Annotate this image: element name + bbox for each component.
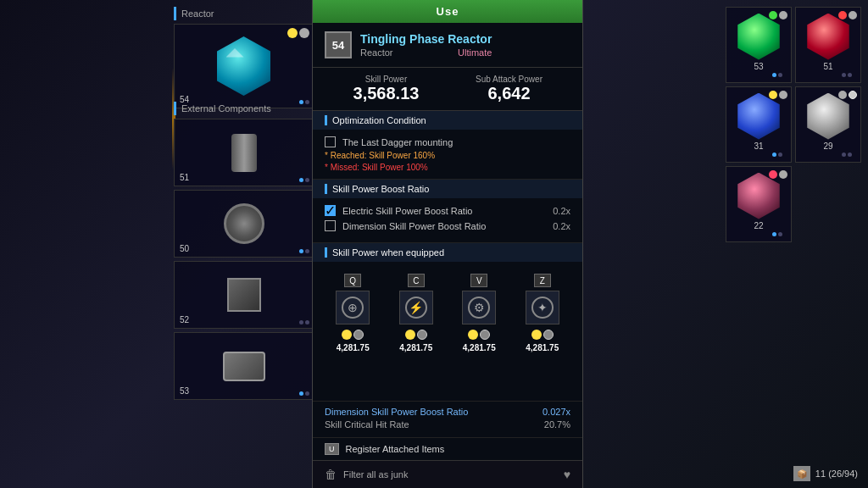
right-gem-slot-3[interactable]: 31 [726,86,792,163]
skill-section-bar [325,247,327,258]
dot-g [299,391,303,396]
g1d2 [778,73,782,77]
skill-icon-z: ✦ [526,291,559,324]
sub-g-z [543,330,554,340]
right-gem-slot-1[interactable]: 53 [726,7,792,83]
gem4-icon-s [849,91,857,99]
right-gem-panel: 53 51 31 [726,7,861,242]
right-gem-slot-2[interactable]: 51 [795,7,861,83]
comp-image-1 [220,130,267,176]
skill-inner-q: ⊕ [342,297,364,319]
component-slot-2[interactable]: 50 [174,190,314,258]
sub-attack-col: Sub Attack Power 6,642 [448,75,570,103]
left-panel: Reactor 54 [174,7,314,115]
dot-f [305,320,309,324]
item-level-badge: 54 [325,31,352,58]
sub-e-v [468,330,478,340]
item-header: 54 Tingling Phase Reactor Reactor Ultima… [313,23,582,68]
sub-g-v [480,330,490,340]
g1d1 [772,73,776,77]
reactor-gem [210,32,278,100]
skill-slot-v: V ⚙ 4,281.75 [451,274,508,352]
skill-icon-q: ⊕ [336,291,370,324]
skill-val-q: 4,281.75 [337,343,370,352]
skill-inner-v: ⚙ [468,297,490,319]
skill-val-c: 4,281.75 [399,343,432,352]
skill-icon-v: ⚙ [462,291,496,324]
dimension-checkbox[interactable] [325,220,336,231]
skill-power-value: 3,568.13 [325,84,448,103]
skill-power-label: Skill Power [325,75,448,84]
component-slot-1[interactable]: 51 [174,119,314,186]
gem-green [736,14,782,60]
cylinder-shape [231,134,257,172]
u-badge: U [325,443,339,455]
g2d2 [848,73,852,77]
item-name: Tingling Phase Reactor [360,32,492,46]
opt-checkbox[interactable] [325,136,336,147]
gem3-icon-e [769,91,777,99]
skill-sub-v [468,330,490,340]
skill-inner-z: ✦ [531,297,554,319]
boost-section: ✓ Electric Skill Power Boost Ratio 0.2x … [313,198,582,243]
sub-e-q [342,330,352,340]
comp-dots-3 [299,320,309,324]
comp-dots-2 [299,249,309,253]
skill-slot-z: Z ✦ 4,281.75 [515,274,571,352]
opt-reached-note: * Reached: Skill Power 160% [325,151,570,160]
reactor-panel-header: Reactor [174,7,314,20]
skill-sub-c [405,330,427,340]
skill-section-title: Skill Power when equipped [332,247,444,258]
dimension-boost-row[interactable]: Dimension Skill Power Boost Ratio 0.2x [325,220,570,231]
gem3-dots [736,152,782,157]
gem2-icon-red [838,11,847,19]
stats-row: Skill Power 3,568.13 Sub Attack Power 6,… [313,68,582,111]
dot-a [299,178,303,182]
skill-slot-c: C ⚡ 4,281.75 [388,274,445,352]
comp-image-4 [220,343,267,390]
gem4-dots [805,152,852,157]
item-info: Tingling Phase Reactor Reactor Ultimate [360,32,492,58]
opt-checkbox-label: The Last Dagger mounting [342,137,453,147]
dim-boost-stat-row: Dimension Skill Power Boost Ratio 0.027x [325,407,570,417]
electric-checkbox[interactable]: ✓ [325,205,336,216]
crit-stat-label: Skill Critical Hit Rate [325,419,409,430]
right-gem-slot-4[interactable]: 29 [795,86,861,163]
circle-mech-shape [224,203,264,244]
comp-badge-4: 53 [180,386,189,396]
flat-shape [223,352,265,381]
electric-icon [287,28,298,38]
g3d1 [772,152,776,157]
component-slot-4[interactable]: 53 [174,332,314,400]
gem1-dots [736,73,782,77]
register-row[interactable]: U Register Attached Items [313,438,582,461]
opt-condition: The Last Dagger mounting * Reached: Skil… [313,130,582,180]
skill-section-header: Skill Power when equipped [313,243,582,262]
skill-key-c: C [408,274,425,287]
opt-checkbox-row[interactable]: The Last Dagger mounting [325,136,570,147]
skill-sub-z [531,330,554,340]
skill-equipped-section: Q ⊕ 4,281.75 C ⚡ 4 [313,262,582,402]
reactor-gem-shape [214,36,274,96]
heart-icon: ♥ [564,468,570,481]
skill-slots-row: Q ⊕ 4,281.75 C ⚡ 4 [325,274,570,352]
g2d1 [842,73,846,77]
sub-attack-value: 6,642 [448,84,570,103]
electric-boost-row[interactable]: ✓ Electric Skill Power Boost Ratio 0.2x [325,205,570,216]
gem5-dots [736,232,782,236]
filter-row[interactable]: 🗑 Filter all as junk ♥ [313,461,582,488]
component-slot-3[interactable]: 52 [174,261,314,329]
item-type: Reactor [360,47,393,58]
box-shape [227,278,261,312]
inventory-count: 11 (26/94) [815,469,858,479]
right-gem-slot-5[interactable]: 22 [726,166,792,242]
sub-g-q [353,330,364,340]
dim-boost-stat-value: 0.027x [542,407,570,417]
reactor-slot[interactable]: 54 [174,24,314,108]
gem2-dots [805,73,852,77]
gem3-icon-gun [779,91,787,99]
sub-e-z [531,330,542,340]
boost-section-bar [325,184,327,194]
electric-boost-label: Electric Skill Power Boost Ratio [342,206,546,216]
gem1-icon-gun [779,11,787,19]
